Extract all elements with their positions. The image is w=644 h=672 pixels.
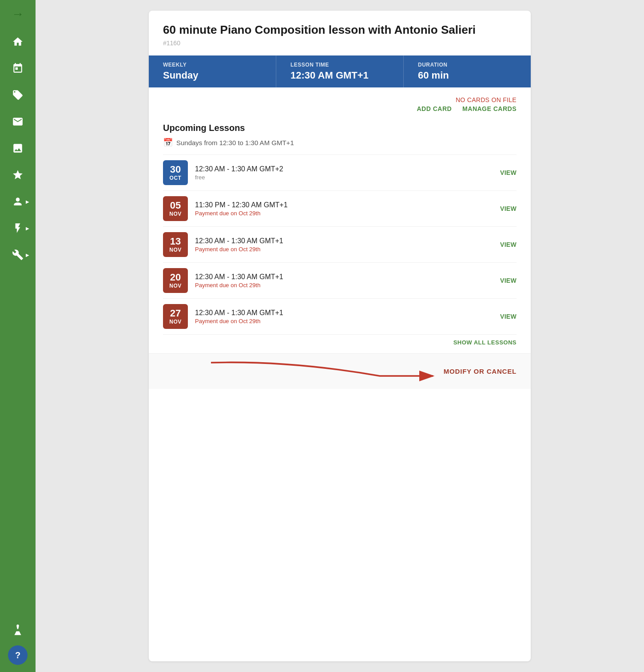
schedule-weekly: WEEKLY Sunday	[149, 55, 276, 87]
lessons-section: Upcoming Lessons 📅 Sundays from 12:30 to…	[149, 116, 531, 353]
date-day: 05	[170, 200, 181, 211]
date-month: NOV	[169, 283, 182, 289]
lesson-view-button[interactable]: VIEW	[500, 205, 517, 212]
lesson-view-button[interactable]: VIEW	[500, 313, 517, 320]
payment-actions: ADD CARD MANAGE CARDS	[417, 105, 517, 112]
date-badge: 20 NOV	[163, 268, 188, 293]
lesson-time-label: LESSON TIME	[290, 62, 389, 68]
sidebar: → ▶ ▶ ▶ ?	[0, 0, 36, 672]
lesson-view-button[interactable]: VIEW	[500, 169, 517, 176]
weekly-label: WEEKLY	[163, 62, 262, 68]
sidebar-item-clients[interactable]: ▶	[4, 190, 31, 213]
date-month: OCT	[170, 175, 182, 181]
lesson-time: 12:30 AM - 1:30 AM GMT+1	[195, 273, 493, 281]
lesson-status: Payment due on Oct 29th	[195, 318, 493, 324]
sidebar-item-home[interactable]	[4, 30, 31, 53]
lesson-time: 12:30 AM - 1:30 AM GMT+2	[195, 165, 493, 173]
lessons-title: Upcoming Lessons	[163, 123, 517, 133]
sidebar-item-calendar[interactable]	[4, 57, 31, 80]
lesson-time: 11:30 PM - 12:30 AM GMT+1	[195, 201, 493, 209]
lesson-info: 12:30 AM - 1:30 AM GMT+1 Payment due on …	[195, 237, 493, 253]
lesson-view-button[interactable]: VIEW	[500, 241, 517, 248]
help-button[interactable]: ?	[8, 645, 28, 665]
date-day: 20	[170, 272, 181, 283]
lessons-schedule-row: 📅 Sundays from 12:30 to 1:30 AM GMT+1	[163, 138, 517, 147]
lesson-item: 20 NOV 12:30 AM - 1:30 AM GMT+1 Payment …	[163, 262, 517, 298]
sidebar-item-image[interactable]	[4, 137, 31, 160]
show-all-row: SHOW ALL LESSONS	[163, 334, 517, 348]
date-month: NOV	[169, 211, 182, 217]
lesson-info: 12:30 AM - 1:30 AM GMT+1 Payment due on …	[195, 273, 493, 289]
lesson-status: free	[195, 174, 493, 181]
sidebar-item-tools[interactable]: ▶	[4, 243, 31, 266]
lesson-item: 30 OCT 12:30 AM - 1:30 AM GMT+2 free VIE…	[163, 154, 517, 190]
lesson-id: #1160	[163, 40, 517, 47]
main-content: 60 minute Piano Composition lesson with …	[36, 0, 644, 672]
calendar-icon: 📅	[163, 138, 173, 147]
date-day: 30	[170, 164, 181, 175]
sidebar-item-star[interactable]	[4, 163, 31, 186]
lesson-status: Payment due on Oct 29th	[195, 246, 493, 253]
sidebar-item-beaker[interactable]	[4, 619, 31, 642]
lesson-item: 05 NOV 11:30 PM - 12:30 AM GMT+1 Payment…	[163, 190, 517, 226]
add-card-button[interactable]: ADD CARD	[417, 105, 452, 112]
lesson-item: 27 NOV 12:30 AM - 1:30 AM GMT+1 Payment …	[163, 298, 517, 334]
lesson-info: 11:30 PM - 12:30 AM GMT+1 Payment due on…	[195, 201, 493, 217]
lesson-status: Payment due on Oct 29th	[195, 210, 493, 217]
sidebar-item-activity[interactable]: ▶	[4, 217, 31, 240]
card-footer: MODIFY OR CANCEL	[149, 353, 531, 389]
lesson-card: 60 minute Piano Composition lesson with …	[149, 11, 531, 661]
duration-value: 60 min	[418, 70, 517, 81]
schedule-bar: WEEKLY Sunday LESSON TIME 12:30 AM GMT+1…	[149, 55, 531, 87]
lesson-info: 12:30 AM - 1:30 AM GMT+1 Payment due on …	[195, 309, 493, 324]
card-header: 60 minute Piano Composition lesson with …	[149, 11, 531, 55]
lessons-list: 30 OCT 12:30 AM - 1:30 AM GMT+2 free VIE…	[163, 154, 517, 334]
date-day: 27	[170, 308, 181, 319]
lesson-title: 60 minute Piano Composition lesson with …	[163, 23, 517, 37]
schedule-duration: DURATION 60 min	[403, 55, 531, 87]
activity-chevron-icon: ▶	[26, 226, 29, 231]
date-badge: 05 NOV	[163, 196, 188, 221]
tools-chevron-icon: ▶	[26, 253, 29, 257]
sidebar-bottom: ?	[4, 619, 31, 665]
arrow-decoration	[202, 358, 451, 383]
sidebar-toggle[interactable]: →	[12, 7, 24, 21]
payment-section: NO CARDS ON FILE ADD CARD MANAGE CARDS	[149, 87, 531, 116]
date-month: NOV	[169, 319, 182, 325]
date-badge: 30 OCT	[163, 160, 188, 185]
date-badge: 13 NOV	[163, 232, 188, 257]
duration-label: DURATION	[418, 62, 517, 68]
lesson-status: Payment due on Oct 29th	[195, 282, 493, 289]
sidebar-item-mail[interactable]	[4, 110, 31, 133]
clients-chevron-icon: ▶	[26, 199, 29, 204]
lessons-schedule-text: Sundays from 12:30 to 1:30 AM GMT+1	[176, 139, 294, 146]
no-cards-text: NO CARDS ON FILE	[456, 96, 517, 103]
schedule-lesson-time: LESSON TIME 12:30 AM GMT+1	[276, 55, 403, 87]
manage-cards-button[interactable]: MANAGE CARDS	[462, 105, 517, 112]
date-month: NOV	[169, 247, 182, 253]
weekly-value: Sunday	[163, 70, 262, 81]
show-all-button[interactable]: SHOW ALL LESSONS	[453, 339, 517, 346]
lesson-view-button[interactable]: VIEW	[500, 277, 517, 284]
date-badge: 27 NOV	[163, 304, 188, 329]
date-day: 13	[170, 236, 181, 247]
lesson-time: 12:30 AM - 1:30 AM GMT+1	[195, 237, 493, 245]
lesson-time-value: 12:30 AM GMT+1	[290, 70, 389, 81]
lesson-item: 13 NOV 12:30 AM - 1:30 AM GMT+1 Payment …	[163, 226, 517, 262]
modify-cancel-button[interactable]: MODIFY OR CANCEL	[444, 368, 517, 375]
sidebar-item-tag[interactable]	[4, 83, 31, 107]
lesson-info: 12:30 AM - 1:30 AM GMT+2 free	[195, 165, 493, 181]
lesson-time: 12:30 AM - 1:30 AM GMT+1	[195, 309, 493, 317]
